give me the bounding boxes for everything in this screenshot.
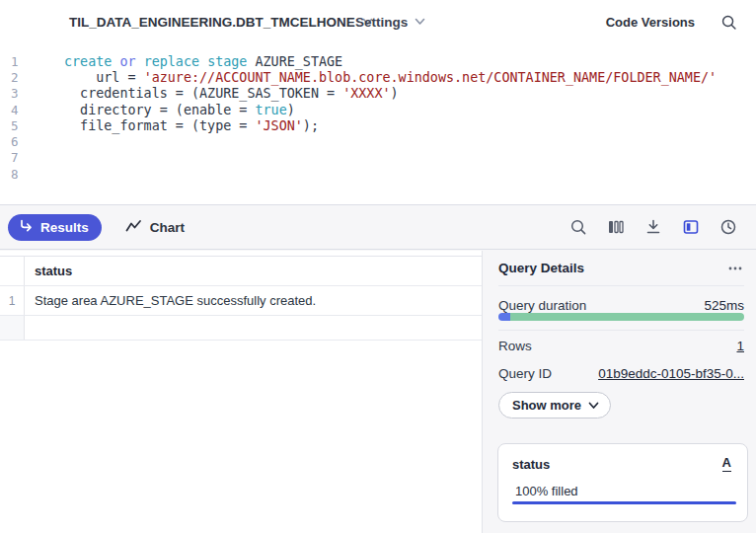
table-empty-row: [0, 316, 482, 341]
chevron-down-icon: [415, 18, 425, 26]
results-toolbar-icons: [569, 218, 737, 236]
top-bar: TIL_DATA_ENGINEERING.DBT_TMCELHONE Setti…: [0, 0, 756, 43]
columns-icon[interactable]: [607, 218, 625, 236]
code-text: credentials = (AZURE_SAS_TOKEN = 'XXXX'): [64, 86, 399, 101]
snowsight-worksheet: TIL_DATA_ENGINEERING.DBT_TMCELHONE Setti…: [0, 0, 756, 533]
query-id-row: Query ID 01b9eddc-0105-bf35-0...: [498, 364, 744, 382]
rows-row: Rows 1: [498, 337, 744, 354]
line-number: 2: [0, 70, 64, 85]
show-more-button[interactable]: Show more: [498, 392, 611, 419]
history-icon[interactable]: [719, 218, 737, 236]
code-line[interactable]: 7: [0, 150, 756, 166]
query-duration-row: Query duration 525ms: [498, 296, 744, 314]
download-icon[interactable]: [644, 218, 662, 236]
column-stats-card: status A 100% filled: [497, 443, 748, 522]
code-line[interactable]: 8: [0, 166, 756, 182]
code-text: directory = (enable = true): [64, 103, 295, 117]
chart-tab-label: Chart: [150, 220, 185, 235]
rows-label: Rows: [498, 339, 532, 353]
code-text: url = 'azure://ACCOUNT_NAME.blob.core.wi…: [64, 70, 717, 85]
settings-label: Settings: [355, 15, 408, 30]
compilation-segment: [498, 313, 510, 321]
results-toolbar: Results Chart: [0, 205, 756, 250]
divider: [498, 330, 744, 331]
card-column-name: status: [512, 457, 550, 472]
tab-results[interactable]: Results: [8, 214, 102, 241]
query-duration-bar[interactable]: [498, 313, 744, 321]
chevron-down-icon: [588, 402, 599, 410]
search-icon[interactable]: [720, 13, 738, 31]
column-type-indicator[interactable]: A: [722, 455, 731, 472]
ellipsis-menu-icon[interactable]: [726, 260, 744, 277]
status-cell[interactable]: Stage area AZURE_STAGE successfully crea…: [25, 286, 482, 315]
table-header-row: status: [0, 257, 482, 286]
top-bar-right: Code Versions: [606, 0, 738, 43]
line-number: 7: [0, 150, 64, 165]
results-table: status 1Stage area AZURE_STAGE successfu…: [0, 256, 482, 341]
query-id-link[interactable]: 01b9eddc-0105-bf35-0...: [598, 366, 744, 381]
rows-count-link[interactable]: 1: [736, 339, 744, 353]
results-content: status 1Stage area AZURE_STAGE successfu…: [0, 251, 756, 533]
query-details-panel: Query Details Query duration 525ms Rows …: [484, 251, 756, 533]
code-line[interactable]: 1create or replace stage AZURE_STAGE: [0, 53, 756, 69]
table-row[interactable]: 1Stage area AZURE_STAGE successfully cre…: [0, 286, 482, 316]
results-arrow-icon: [18, 218, 34, 237]
code-line[interactable]: 3 credentials = (AZURE_SAS_TOKEN = 'XXXX…: [0, 86, 756, 102]
code-text: file_format = (type = 'JSON');: [64, 118, 319, 133]
code-text: create or replace stage AZURE_STAGE: [64, 54, 342, 69]
query-duration-label: Query duration: [498, 298, 586, 313]
column-header-status[interactable]: status: [25, 257, 482, 285]
results-tab-label: Results: [40, 220, 89, 235]
worksheet-name: TIL_DATA_ENGINEERING.DBT_TMCELHONE: [69, 15, 355, 30]
line-number: 8: [0, 167, 64, 182]
settings-dropdown[interactable]: Settings: [355, 0, 425, 43]
query-details-title: Query Details: [498, 261, 584, 275]
split-view-icon[interactable]: [682, 218, 700, 236]
code-line[interactable]: 4 directory = (enable = true): [0, 102, 756, 117]
code-line[interactable]: 2 url = 'azure://ACCOUNT_NAME.blob.core.…: [0, 69, 756, 85]
line-number: 1: [0, 54, 64, 69]
results-table-area: status 1Stage area AZURE_STAGE successfu…: [0, 251, 483, 533]
query-duration-value: 525ms: [704, 298, 744, 313]
tab-chart[interactable]: Chart: [125, 219, 185, 236]
row-number-header[interactable]: [0, 257, 25, 285]
chart-line-icon: [125, 219, 142, 236]
line-number: 6: [0, 134, 64, 149]
row-number[interactable]: 1: [0, 286, 25, 315]
search-results-icon[interactable]: [569, 218, 587, 236]
execution-segment: [510, 313, 744, 321]
code-line[interactable]: 5 file_format = (type = 'JSON');: [0, 117, 756, 133]
line-number: 5: [0, 118, 64, 133]
results-section: Results Chart: [0, 204, 756, 533]
code-versions-button[interactable]: Code Versions: [606, 15, 695, 30]
line-number: 4: [0, 103, 64, 117]
code-line[interactable]: 6: [0, 133, 756, 149]
show-more-label: Show more: [512, 398, 581, 413]
query-details-header: Query Details: [498, 251, 744, 286]
query-id-label: Query ID: [498, 366, 552, 381]
fill-bar: [512, 501, 736, 504]
sql-editor[interactable]: 1create or replace stage AZURE_STAGE2 ur…: [0, 43, 756, 204]
line-number: 3: [0, 86, 64, 101]
fill-percentage: 100% filled: [515, 484, 578, 498]
worksheet-name-dropdown[interactable]: TIL_DATA_ENGINEERING.DBT_TMCELHONE: [69, 0, 373, 43]
